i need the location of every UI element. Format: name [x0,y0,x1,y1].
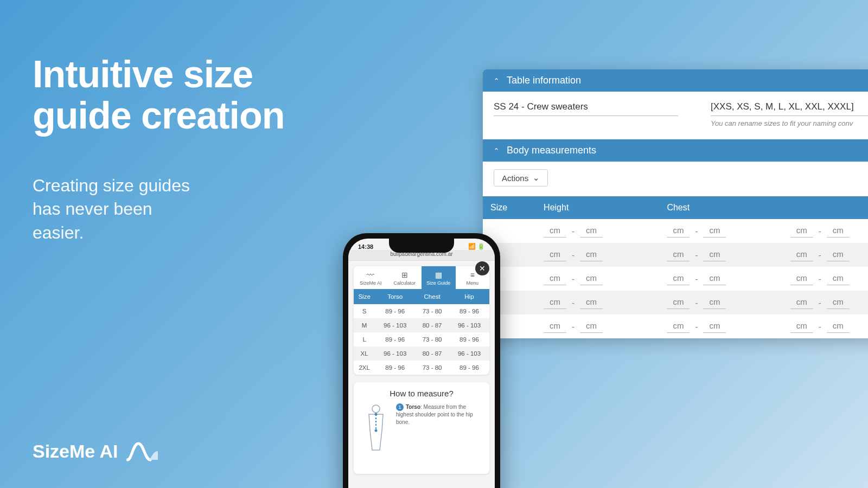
body-outline-icon [361,403,391,452]
howto-torso-label: Torso [406,404,420,410]
cm-to-input[interactable]: cm [580,248,603,261]
cm-to-input[interactable]: cm [827,320,850,333]
phone-size-table: SizeTorsoChestHip S89 - 9673 - 8089 - 96… [354,289,489,375]
cm-from-input[interactable]: cm [790,296,813,309]
mini-cell: 89 - 96 [449,332,489,346]
measurement-cell: cm-cm [659,314,782,338]
range-dash: - [695,298,698,307]
size-guide-editor-panel: ⌃ Table information SS 24 - Crew sweater… [483,69,868,338]
hero: Intuitive size guide creation Creating s… [33,54,284,245]
how-to-measure-card: How to measure? 1Torso: Measure from the… [354,382,489,474]
hero-title-line1: Intuitive size [33,53,253,95]
mini-cell: 89 - 96 [449,304,489,318]
mini-cell: 80 - 87 [415,346,449,361]
section-title-table-info: Table information [507,75,581,86]
cm-from-input[interactable]: cm [544,248,566,261]
section-header-table-info[interactable]: ⌃ Table information [483,69,868,92]
svg-point-2 [375,413,378,416]
mini-table-row: M96 - 10380 - 8796 - 103 [354,318,489,332]
col-high: High [783,196,868,219]
mini-cell: 80 - 87 [415,318,449,332]
tab-sizeme-ai[interactable]: 〰SizeMe AI [354,266,388,289]
range-dash: - [695,227,698,236]
cm-to-input[interactable]: cm [827,224,850,237]
tab-label: Calculator [393,280,416,286]
cm-to-input[interactable]: cm [827,296,850,309]
cm-to-input[interactable]: cm [580,224,603,237]
cm-from-input[interactable]: cm [544,224,566,237]
tab-icon: 〰 [354,271,388,279]
mini-col-hip: Hip [449,289,489,304]
cm-from-input[interactable]: cm [667,320,690,333]
table-row: cm-cmcm-cmcm-cm [483,267,868,291]
actions-dropdown[interactable]: Actions ⌄ [494,169,548,187]
measurement-cell: cm-cm [783,267,868,291]
cm-from-input[interactable]: cm [667,272,690,285]
mini-cell: 73 - 80 [415,361,449,375]
cm-to-input[interactable]: cm [703,272,726,285]
close-icon[interactable]: ✕ [475,261,489,275]
mini-cell: 2XL [354,361,375,375]
section-header-body-measurements[interactable]: ⌃ Body measurements [483,139,868,162]
mini-table-row: S89 - 9673 - 8089 - 96 [354,304,489,318]
mini-cell: L [354,332,375,346]
phone-mockup: 14:38 📶 🔋 bullpadelargentina.com.ar ✕ 〰S… [343,233,500,488]
range-dash: - [572,251,575,260]
brand: SizeMe AI [33,441,159,462]
mini-col-chest: Chest [415,289,449,304]
measurement-cell: cm-cm [783,314,868,338]
table-row: cm-cmcm-cmcm-cm [483,219,868,243]
cm-to-input[interactable]: cm [703,296,726,309]
cm-to-input[interactable]: cm [827,248,850,261]
col-size: Size [483,196,536,219]
cm-from-input[interactable]: cm [667,224,690,237]
mini-cell: 89 - 96 [449,361,489,375]
table-name-input[interactable]: SS 24 - Crew sweaters [494,99,678,116]
mini-cell: 73 - 80 [415,304,449,318]
hero-subtitle: Creating size guides has never been easi… [33,174,284,245]
cm-to-input[interactable]: cm [827,272,850,285]
mini-cell: 89 - 96 [375,304,415,318]
measurement-cell: cm-cm [536,219,659,243]
cm-from-input[interactable]: cm [544,320,566,333]
tab-icon: ▦ [422,271,456,279]
widget-tabs: 〰SizeMe AI⊞Calculator▦Size Guide≡Menu [354,266,489,289]
measurement-cell: cm-cm [783,219,868,243]
howto-torso-text: 1Torso: Measure from the highest shoulde… [396,403,482,426]
mini-cell: 89 - 96 [375,361,415,375]
measurement-cell: cm-cm [659,291,782,314]
cm-to-input[interactable]: cm [580,272,603,285]
tab-icon: ⊞ [388,271,422,279]
cm-from-input[interactable]: cm [790,320,813,333]
hero-title-line2: guide creation [33,94,284,137]
range-dash: - [572,274,575,284]
chevron-up-icon: ⌃ [494,147,499,155]
cm-to-input[interactable]: cm [580,296,603,309]
cm-to-input[interactable]: cm [703,224,726,237]
chevron-up-icon: ⌃ [494,77,499,85]
cm-from-input[interactable]: cm [790,224,813,237]
cm-to-input[interactable]: cm [703,320,726,333]
mini-cell: 73 - 80 [415,332,449,346]
hero-sub-line3: easier. [33,223,84,242]
tab-size-guide[interactable]: ▦Size Guide [422,266,456,289]
tab-label: SizeMe AI [360,280,382,286]
sizes-input[interactable]: [XXS, XS, S, M, L, XL, XXL, XXXL] [711,99,868,116]
cm-from-input[interactable]: cm [667,296,690,309]
hero-title: Intuitive size guide creation [33,54,284,136]
cm-from-input[interactable]: cm [544,272,566,285]
mini-cell: S [354,304,375,318]
sizes-hint: You can rename sizes to fit your naming … [711,119,868,127]
cm-from-input[interactable]: cm [790,248,813,261]
cm-to-input[interactable]: cm [580,320,603,333]
cm-from-input[interactable]: cm [667,248,690,261]
mini-col-torso: Torso [375,289,415,304]
cm-from-input[interactable]: cm [544,296,566,309]
col-height: Height [536,196,659,219]
range-dash: - [819,274,821,284]
tab-calculator[interactable]: ⊞Calculator [388,266,422,289]
cm-to-input[interactable]: cm [703,248,726,261]
mini-table-row: 2XL89 - 9673 - 8089 - 96 [354,361,489,375]
tab-label: Size Guide [426,280,450,286]
cm-from-input[interactable]: cm [790,272,813,285]
